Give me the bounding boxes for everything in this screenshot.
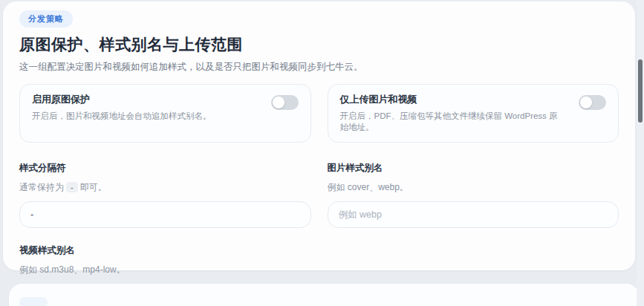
next-section-badge-stub — [19, 297, 48, 306]
field-hint: 通常保持为-即可。 — [19, 181, 311, 194]
toggle-title: 仅上传图片和视频 — [340, 93, 607, 106]
field-style-separator: 样式分隔符 通常保持为-即可。 — [19, 162, 311, 228]
field-image-style-alias: 图片样式别名 例如 cover、webp。 — [328, 162, 619, 228]
next-section-card — [9, 284, 640, 306]
toggle-title: 启用原图保护 — [32, 93, 299, 106]
hint-prefix: 通常保持为 — [19, 182, 64, 192]
field-hint: 例如 cover、webp。 — [328, 181, 619, 194]
page-title: 原图保护、样式别名与上传范围 — [19, 34, 619, 55]
settings-page: 分发策略 原图保护、样式别名与上传范围 这一组配置决定图片和视频如何追加样式，以… — [0, 0, 644, 306]
field-label: 样式分隔符 — [19, 162, 311, 175]
section-badge: 分发策略 — [19, 10, 73, 27]
field-label: 图片样式别名 — [328, 162, 619, 175]
toggle-description: 开启后，图片和视频地址会自动追加样式别名。 — [32, 111, 299, 122]
scrollbar-thumb[interactable] — [638, 59, 643, 123]
distribution-strategy-card: 分发策略 原图保护、样式别名与上传范围 这一组配置决定图片和视频如何追加样式，以… — [3, 1, 635, 270]
toggle-description: 开启后，PDF、压缩包等其他文件继续保留 WordPress 原始地址。 — [340, 111, 607, 133]
toggle-row: 启用原图保护 开启后，图片和视频地址会自动追加样式别名。 仅上传图片和视频 开启… — [19, 84, 619, 143]
toggle-card-original-protection: 启用原图保护 开启后，图片和视频地址会自动追加样式别名。 — [19, 84, 311, 143]
toggle-knob — [273, 97, 284, 108]
field-label: 视频样式别名 — [19, 244, 311, 257]
toggle-knob — [580, 97, 592, 108]
field-hint: 例如 sd.m3u8、mp4-low。 — [19, 264, 311, 276]
style-separator-input[interactable] — [19, 201, 311, 228]
media-only-upload-toggle[interactable] — [579, 95, 606, 110]
original-protection-toggle[interactable] — [271, 95, 299, 110]
scrollbar-track[interactable] — [637, 0, 644, 306]
hint-suffix: 即可。 — [80, 182, 107, 192]
separator-kbd: - — [66, 182, 78, 192]
image-style-alias-input[interactable] — [328, 201, 619, 228]
toggle-card-media-only-upload: 仅上传图片和视频 开启后，PDF、压缩包等其他文件继续保留 WordPress … — [328, 84, 619, 143]
page-subtitle: 这一组配置决定图片和视频如何追加样式，以及是否只把图片和视频同步到七牛云。 — [19, 61, 619, 74]
